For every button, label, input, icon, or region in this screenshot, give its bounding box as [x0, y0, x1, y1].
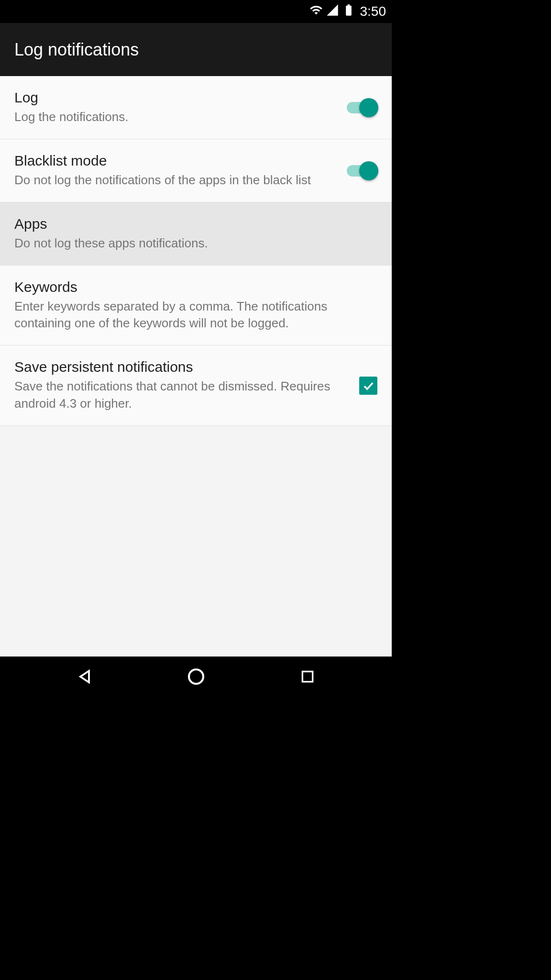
- setting-title: Blacklist mode: [14, 153, 335, 169]
- setting-item-apps[interactable]: Apps Do not log these apps notifications…: [0, 202, 392, 266]
- setting-item-blacklist-mode[interactable]: Blacklist mode Do not log the notificati…: [0, 139, 392, 202]
- signal-icon: [326, 3, 339, 20]
- setting-title: Save persistent notifications: [14, 359, 348, 375]
- setting-item-save-persistent[interactable]: Save persistent notifications Save the n…: [0, 345, 392, 425]
- toggle-switch[interactable]: [347, 102, 377, 113]
- back-button[interactable]: [70, 662, 99, 691]
- setting-text: Save persistent notifications Save the n…: [14, 359, 348, 412]
- app-bar: Log notifications: [0, 23, 392, 76]
- setting-subtitle: Log the notifications.: [14, 109, 335, 125]
- setting-title: Log: [14, 89, 335, 106]
- setting-subtitle: Save the notifications that cannot be di…: [14, 378, 348, 412]
- setting-text: Keywords Enter keywords separated by a c…: [14, 279, 377, 332]
- setting-subtitle: Do not log the notifications of the apps…: [14, 172, 335, 189]
- setting-item-keywords[interactable]: Keywords Enter keywords separated by a c…: [0, 266, 392, 345]
- setting-title: Apps: [14, 216, 377, 232]
- status-bar: 3:50: [0, 0, 392, 23]
- settings-list: Log Log the notifications. Blacklist mod…: [0, 76, 392, 657]
- setting-item-log[interactable]: Log Log the notifications.: [0, 76, 392, 139]
- checkbox[interactable]: [359, 377, 377, 395]
- svg-rect-1: [302, 671, 312, 681]
- setting-text: Blacklist mode Do not log the notificati…: [14, 153, 335, 189]
- setting-title: Keywords: [14, 279, 377, 295]
- setting-text: Log Log the notifications.: [14, 89, 335, 125]
- navigation-bar: [0, 657, 392, 697]
- setting-text: Apps Do not log these apps notifications…: [14, 216, 377, 252]
- setting-subtitle: Enter keywords separated by a comma. The…: [14, 298, 377, 332]
- setting-subtitle: Do not log these apps notifications.: [14, 235, 377, 252]
- page-title: Log notifications: [14, 40, 139, 60]
- wifi-icon: [309, 3, 323, 20]
- recent-apps-button[interactable]: [293, 662, 322, 691]
- home-button[interactable]: [182, 662, 210, 691]
- status-time: 3:50: [360, 4, 386, 19]
- toggle-switch[interactable]: [347, 165, 377, 177]
- battery-icon: [342, 3, 355, 20]
- svg-point-0: [189, 669, 203, 684]
